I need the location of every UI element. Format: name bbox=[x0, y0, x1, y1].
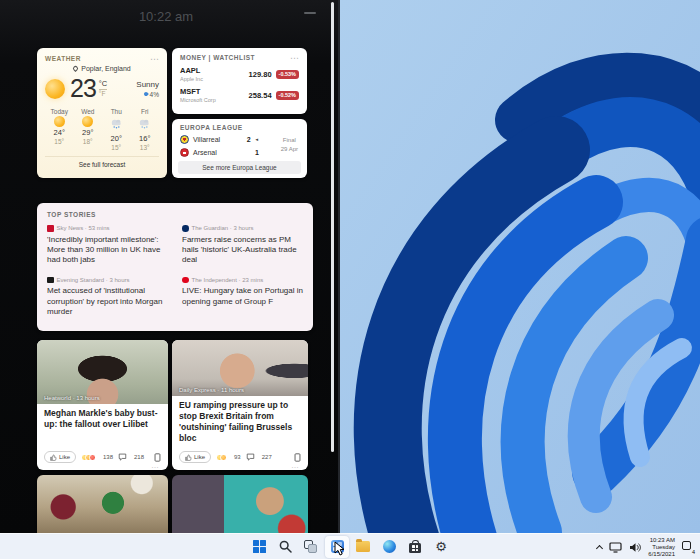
sunny-icon bbox=[45, 79, 65, 99]
stock-symbol: MSFT bbox=[180, 87, 216, 96]
story-item[interactable]: Evening Standard · 3 hours Met accused o… bbox=[47, 277, 168, 318]
microsoft-store-button[interactable] bbox=[403, 536, 427, 558]
story-headline[interactable]: Met accused of 'institutional corruption… bbox=[47, 286, 168, 317]
story-headline[interactable]: LIVE: Hungary take on Portugal in openin… bbox=[182, 286, 303, 307]
match-status-label: Final bbox=[281, 136, 298, 145]
photo-card-partial-right[interactable] bbox=[172, 475, 308, 533]
location-pin-icon bbox=[72, 65, 79, 72]
fahrenheit-label[interactable]: °F bbox=[99, 91, 107, 98]
like-button[interactable]: Like bbox=[179, 451, 211, 463]
taskbar-clock[interactable]: 10:23 AM Tuesday 6/15/2021 bbox=[648, 537, 675, 558]
team-name: Arsenal bbox=[193, 149, 251, 156]
match-date: 29 Apr bbox=[281, 145, 298, 154]
search-button[interactable] bbox=[273, 536, 297, 558]
widgets-clock: 10:22 am bbox=[0, 9, 332, 24]
sunny-icon bbox=[82, 116, 93, 127]
card-options-icon[interactable]: … bbox=[151, 461, 159, 470]
story-item[interactable]: The Independent · 23 mins LIVE: Hungary … bbox=[182, 277, 303, 318]
team-name: Villarreal bbox=[193, 136, 243, 143]
forecast-high: 20° bbox=[102, 134, 131, 143]
reaction-emojis-icon[interactable] bbox=[81, 454, 96, 461]
stock-row[interactable]: MSFT Microsoft Corp 258.54 -0.52% bbox=[180, 87, 299, 103]
forecast-day: Wed bbox=[74, 108, 103, 115]
story-item[interactable]: The Guardian · 3 hours Farmers raise con… bbox=[182, 225, 303, 266]
edge-browser-button[interactable] bbox=[377, 536, 401, 558]
stock-change-badge: -0.53% bbox=[276, 70, 299, 79]
story-item[interactable]: Sky News · 53 mins 'Incredibly important… bbox=[47, 225, 168, 266]
photo-card-partial-left[interactable] bbox=[37, 475, 168, 533]
money-watchlist-widget[interactable]: MONEY | WATCHLIST ⋯ AAPL Apple Inc 129.8… bbox=[172, 48, 307, 114]
celsius-label[interactable]: °C bbox=[99, 80, 107, 90]
desktop: 10:22 am WEATHER ⋯ Poplar, England 23 °C… bbox=[0, 0, 700, 559]
unit-toggle[interactable]: °C °F bbox=[99, 80, 107, 97]
reaction-count: 93 bbox=[234, 454, 241, 460]
start-button[interactable] bbox=[247, 536, 271, 558]
sunny-icon bbox=[54, 116, 65, 127]
forecast-low: 13° bbox=[131, 144, 160, 151]
network-icon[interactable] bbox=[609, 542, 622, 553]
clock-time: 10:23 AM bbox=[648, 537, 675, 544]
gear-icon: ⚙ bbox=[435, 540, 447, 553]
article-headline[interactable]: EU ramping pressure up to stop Brexit Br… bbox=[172, 396, 308, 444]
story-headline[interactable]: 'Incredibly important milestone': More t… bbox=[47, 235, 168, 266]
weather-more-menu-icon[interactable]: ⋯ bbox=[150, 57, 159, 61]
panel-minimize-dash[interactable] bbox=[304, 12, 316, 14]
winner-marker-icon: ◄ bbox=[255, 137, 259, 142]
stock-company: Microsoft Corp bbox=[180, 97, 216, 103]
weather-widget[interactable]: WEATHER ⋯ Poplar, England 23 °C °F Sunny bbox=[37, 48, 167, 178]
article-source-meta: Heatworld · 13 hours bbox=[44, 395, 100, 401]
top-stories-widget[interactable]: TOP STORIES Sky News · 53 mins 'Incredib… bbox=[37, 203, 313, 331]
search-icon bbox=[279, 540, 292, 553]
volume-icon[interactable] bbox=[629, 542, 641, 553]
article-photo[interactable]: Heatworld · 13 hours bbox=[37, 340, 168, 404]
mouse-cursor bbox=[334, 541, 347, 556]
like-button[interactable]: Like bbox=[44, 451, 76, 463]
bloom-graphic bbox=[338, 0, 700, 533]
comment-count: 227 bbox=[262, 454, 272, 460]
see-more-europa-league-button[interactable]: See more Europa League bbox=[178, 161, 301, 174]
stock-row[interactable]: AAPL Apple Inc 129.80 -0.53% bbox=[180, 66, 299, 82]
file-explorer-button[interactable] bbox=[351, 536, 375, 558]
team-score: 1 bbox=[255, 149, 259, 156]
forecast-day: Today bbox=[45, 108, 74, 115]
comment-count: 218 bbox=[134, 454, 144, 460]
task-view-button[interactable] bbox=[299, 536, 323, 558]
europa-league-widget[interactable]: EUROPA LEAGUE Villarreal 2 ◄ Arsenal 1 F… bbox=[172, 119, 307, 178]
news-card-brexit[interactable]: Daily Express · 11 hours EU ramping pres… bbox=[172, 340, 308, 470]
raindrop-icon bbox=[143, 91, 149, 97]
see-full-forecast-link[interactable]: See full forecast bbox=[45, 156, 159, 172]
notification-center-button[interactable]: 4 bbox=[682, 541, 694, 553]
arsenal-crest-icon bbox=[180, 148, 189, 157]
independent-logo-icon bbox=[182, 277, 189, 284]
forecast-day: Thu bbox=[102, 108, 131, 115]
forecast-col: Wed 29° 18° bbox=[74, 108, 103, 151]
windows-logo-icon bbox=[253, 540, 266, 553]
comment-icon[interactable] bbox=[118, 453, 127, 461]
settings-button[interactable]: ⚙ bbox=[429, 536, 453, 558]
forecast-col: Fri 16° 13° bbox=[131, 108, 160, 151]
forecast-high: 16° bbox=[131, 134, 160, 143]
money-title: MONEY | WATCHLIST bbox=[180, 54, 255, 61]
panel-scrollbar[interactable] bbox=[331, 2, 334, 452]
reaction-emojis-icon[interactable] bbox=[216, 454, 227, 461]
tray-overflow-chevron-icon[interactable] bbox=[596, 544, 603, 551]
folder-icon bbox=[356, 541, 370, 552]
weather-condition: Sunny bbox=[136, 80, 159, 89]
weather-location: Poplar, England bbox=[81, 65, 130, 72]
card-options-icon[interactable]: … bbox=[291, 461, 299, 470]
money-more-menu-icon[interactable]: ⋯ bbox=[290, 56, 299, 60]
story-headline[interactable]: Farmers raise concerns as PM hails 'hist… bbox=[182, 235, 303, 266]
forecast-low: 18° bbox=[74, 138, 103, 145]
guardian-logo-icon bbox=[182, 225, 189, 232]
forecast-low: 15° bbox=[45, 138, 74, 145]
news-card-meghan[interactable]: Heatworld · 13 hours Meghan Markle's bab… bbox=[37, 340, 168, 470]
stock-change-badge: -0.52% bbox=[276, 91, 299, 100]
top-stories-title: TOP STORIES bbox=[47, 211, 303, 218]
story-meta: Sky News · 53 mins bbox=[57, 225, 110, 231]
comment-icon[interactable] bbox=[246, 453, 255, 461]
article-headline[interactable]: Meghan Markle's baby bust-up: the fallou… bbox=[37, 404, 168, 430]
rain-icon bbox=[110, 118, 123, 129]
article-photo[interactable]: Daily Express · 11 hours bbox=[172, 340, 308, 396]
rain-icon bbox=[138, 118, 151, 129]
stock-price: 129.80 bbox=[249, 70, 272, 79]
